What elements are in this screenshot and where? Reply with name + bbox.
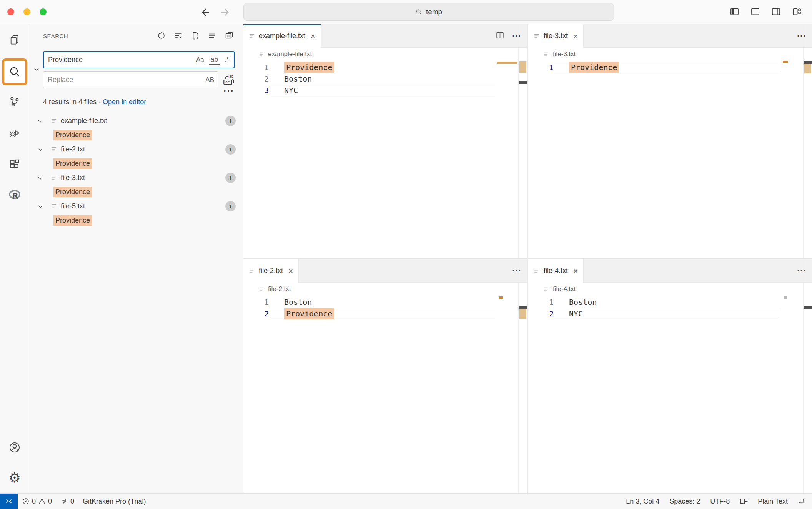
command-center-search[interactable]: temp (243, 3, 614, 21)
cursor-position[interactable]: Ln 3, Col 4 (621, 494, 664, 509)
overview-ruler[interactable] (518, 24, 527, 258)
language-mode-status[interactable]: Plain Text (753, 494, 793, 509)
remote-icon (5, 497, 13, 506)
tab-example-file[interactable]: example-file.txt × (243, 24, 321, 48)
code-area[interactable]: 1Providence (528, 61, 812, 73)
tab-file-4[interactable]: file-4.txt × (528, 259, 584, 283)
toggle-replace-button[interactable] (32, 65, 41, 75)
open-new-search-editor-button[interactable] (191, 31, 200, 42)
minimize-window-button[interactable] (23, 8, 30, 15)
vscode-window: temp (0, 0, 812, 509)
result-match-row[interactable]: Providence (29, 213, 243, 228)
search-actions (157, 31, 234, 42)
result-file-row[interactable]: file-5.txt 1 (29, 199, 243, 213)
tab-file-2[interactable]: file-2.txt × (243, 259, 299, 283)
result-match-row[interactable]: Providence (29, 156, 243, 171)
replace-input[interactable] (43, 76, 204, 84)
breadcrumb[interactable]: file-2.txt (243, 283, 527, 296)
close-tab-button[interactable]: × (573, 32, 578, 40)
search-input[interactable] (44, 56, 195, 64)
text-file-icon (259, 286, 265, 292)
sidebar-item-explorer[interactable] (8, 34, 21, 46)
code-area[interactable]: 1Boston 2Providence (243, 296, 527, 319)
tab-file-3[interactable]: file-3.txt × (528, 24, 584, 48)
gitkraken-status[interactable]: GitKraken Pro (Trial) (78, 494, 150, 509)
toggle-search-details-button[interactable]: ••• (221, 88, 237, 94)
result-file-row[interactable]: file-2.txt 1 (29, 142, 243, 156)
code-area[interactable]: 1Providence 2Boston 3NYC (243, 61, 527, 96)
split-editor-button[interactable] (495, 30, 505, 42)
overview-ruler[interactable] (518, 259, 527, 493)
ports-status[interactable]: 0 (56, 494, 78, 509)
layout-customize-icon (792, 7, 802, 17)
editor-pane-file-4: file-4.txt × ⋯ file-4.txt 1Boston 2NYC (528, 258, 812, 493)
settings-button[interactable]: ⚙ (8, 472, 21, 484)
match-case-toggle[interactable]: Aa (195, 55, 206, 65)
eol-status[interactable]: LF (735, 494, 753, 509)
split-editor-icon (495, 30, 505, 40)
sidebar-item-search[interactable] (8, 66, 21, 78)
breadcrumb[interactable]: file-4.txt (528, 283, 812, 296)
minimap-match-mark (497, 62, 517, 64)
sidebar-title: SEARCH (43, 33, 68, 39)
line-number: 1 (243, 296, 269, 308)
clear-search-results-button[interactable] (174, 31, 183, 42)
result-file-row[interactable]: file-3.txt 1 (29, 171, 243, 185)
open-in-editor-link[interactable]: Open in editor (103, 98, 146, 106)
sidebar-item-run-debug[interactable] (8, 127, 21, 139)
navigate-forward-button[interactable] (220, 7, 231, 18)
indentation-status[interactable]: Spaces: 2 (664, 494, 705, 509)
code-line: 1Providence (243, 62, 527, 73)
problems-status[interactable]: 0 0 (18, 494, 56, 509)
result-match-row[interactable]: Providence (29, 185, 243, 199)
close-tab-button[interactable]: × (288, 267, 293, 275)
toggle-secondary-sidebar-button[interactable] (771, 7, 781, 17)
code-text: NYC (554, 308, 780, 319)
customize-layout-button[interactable] (792, 7, 802, 17)
breadcrumb[interactable]: example-file.txt (243, 48, 527, 61)
extensions-icon (8, 158, 21, 170)
toggle-primary-sidebar-button[interactable] (729, 7, 740, 17)
refresh-button[interactable] (157, 31, 166, 42)
regex-toggle[interactable]: .* (223, 55, 230, 65)
results-summary-sep: - (97, 98, 103, 106)
result-count-badge: 1 (225, 201, 236, 211)
breadcrumb-file: example-file.txt (268, 50, 312, 58)
view-as-tree-button[interactable] (208, 31, 217, 42)
account-button[interactable] (8, 441, 21, 454)
result-match-row[interactable]: Providence (29, 128, 243, 142)
overview-ruler[interactable] (803, 24, 812, 258)
result-file-row[interactable]: example-file.txt 1 (29, 114, 243, 128)
zoom-window-button[interactable] (40, 8, 47, 15)
ruler-match-mark (519, 61, 526, 73)
code-line: 2Boston (243, 73, 527, 85)
ruler-cursor-mark (804, 306, 812, 309)
toggle-panel-button[interactable] (750, 7, 760, 17)
view-as-tree-icon (208, 31, 217, 40)
line-number: 1 (528, 296, 554, 308)
close-window-button[interactable] (7, 8, 14, 15)
text-file-icon (51, 175, 57, 181)
line-number: 2 (243, 308, 269, 319)
encoding-status[interactable]: UTF-8 (705, 494, 735, 509)
close-tab-button[interactable]: × (311, 32, 315, 40)
sidebar-item-extensions[interactable] (8, 158, 21, 170)
collapse-all-button[interactable] (225, 31, 234, 42)
breadcrumb[interactable]: file-3.txt (528, 48, 812, 61)
preserve-case-toggle[interactable]: AB (204, 75, 218, 85)
code-area[interactable]: 1Boston 2NYC (528, 296, 812, 319)
sidebar-item-r-language[interactable]: R (8, 189, 21, 201)
sidebar-item-source-control[interactable] (8, 96, 21, 108)
notifications-button[interactable] (793, 494, 812, 509)
whole-word-toggle[interactable]: ab (209, 55, 220, 65)
remote-indicator[interactable] (0, 494, 18, 509)
replace-all-button[interactable]: acab (221, 72, 236, 88)
navigate-back-button[interactable] (200, 7, 211, 18)
matched-token: Providence (569, 62, 619, 73)
match-text: Providence (53, 215, 92, 226)
tab-bar: file-4.txt × ⋯ (528, 259, 812, 283)
close-tab-button[interactable]: × (573, 267, 578, 275)
line-number: 2 (243, 73, 269, 85)
overview-ruler[interactable] (803, 259, 812, 493)
result-file-name: file-2.txt (61, 145, 85, 153)
